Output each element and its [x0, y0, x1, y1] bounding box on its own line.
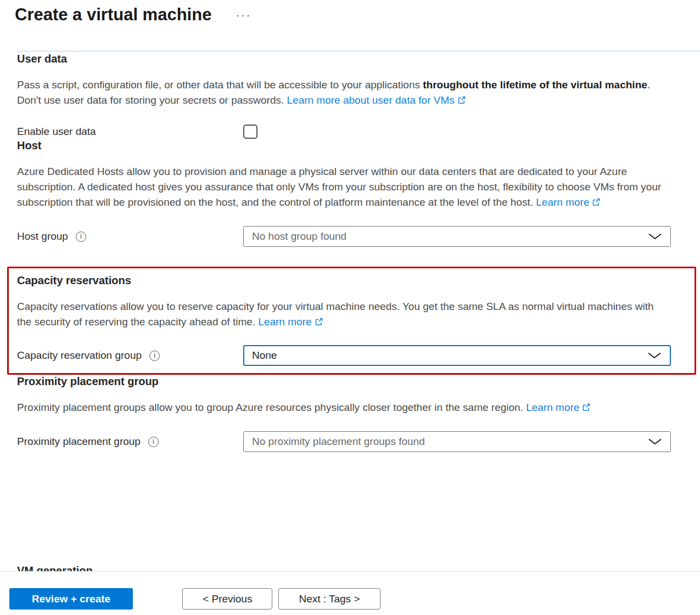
external-link-icon: [582, 403, 590, 411]
chevron-down-icon: [648, 438, 662, 445]
review-create-button[interactable]: Review + create: [9, 588, 133, 610]
proximity-placement-group-label: Proximity placement group i: [17, 436, 243, 448]
user-data-heading: User data: [17, 52, 671, 65]
capacity-reservation-group-value: None: [252, 349, 277, 362]
proximity-placement-group-dropdown[interactable]: No proximity placement groups found: [243, 431, 671, 452]
external-link-icon: [592, 198, 600, 206]
chevron-down-icon: [647, 352, 662, 359]
host-group-label: Host group i: [17, 230, 243, 242]
info-icon[interactable]: i: [148, 437, 159, 447]
footer-bar: Review + create < Previous Next : Tags >: [0, 571, 700, 615]
proximity-placement-group-row: Proximity placement group i No proximity…: [17, 431, 671, 452]
main-content: User data Pass a script, configuration f…: [0, 52, 700, 452]
page-header: Create a virtual machine ···: [0, 0, 700, 25]
host-heading: Host: [17, 139, 671, 152]
proximity-description: Proximity placement groups allow you to …: [17, 400, 671, 415]
host-group-value: No host group found: [252, 230, 346, 242]
more-options-icon[interactable]: ···: [236, 9, 251, 20]
info-icon[interactable]: i: [76, 232, 86, 242]
proximity-heading: Proximity placement group: [17, 375, 671, 388]
external-link-icon: [457, 96, 466, 104]
previous-button[interactable]: < Previous: [182, 588, 272, 610]
capacity-learn-more-link[interactable]: Learn more: [258, 316, 322, 328]
next-tags-button[interactable]: Next : Tags >: [278, 588, 380, 610]
proximity-placement-group-value: No proximity placement groups found: [252, 436, 425, 448]
info-icon[interactable]: i: [149, 351, 160, 361]
proximity-learn-more-link[interactable]: Learn more: [526, 402, 590, 413]
host-learn-more-link[interactable]: Learn more: [536, 196, 600, 208]
chevron-down-icon: [648, 233, 662, 240]
user-data-description: Pass a script, configuration file, or ot…: [17, 77, 671, 108]
user-data-bold-text: throughout the lifetime of the virtual m…: [423, 79, 647, 91]
enable-user-data-row: Enable user data: [17, 125, 671, 139]
enable-user-data-label: Enable user data: [17, 126, 243, 138]
capacity-heading: Capacity reservations: [17, 274, 671, 287]
page-title: Create a virtual machine: [15, 4, 211, 25]
user-data-learn-more-link[interactable]: Learn more about user data for VMs: [287, 94, 466, 106]
enable-user-data-checkbox[interactable]: [243, 125, 257, 139]
capacity-reservation-group-dropdown[interactable]: None: [243, 345, 671, 366]
capacity-reservations-highlight: Capacity reservations Capacity reservati…: [7, 267, 696, 375]
capacity-description: Capacity reservations allow you to reser…: [17, 299, 671, 330]
host-description: Azure Dedicated Hosts allow you to provi…: [17, 164, 671, 210]
capacity-reservation-group-label: Capacity reservation group i: [17, 349, 243, 362]
external-link-icon: [315, 318, 323, 326]
host-group-dropdown[interactable]: No host group found: [243, 226, 671, 247]
host-group-row: Host group i No host group found: [17, 226, 671, 247]
capacity-reservation-group-row: Capacity reservation group i None: [17, 345, 671, 366]
